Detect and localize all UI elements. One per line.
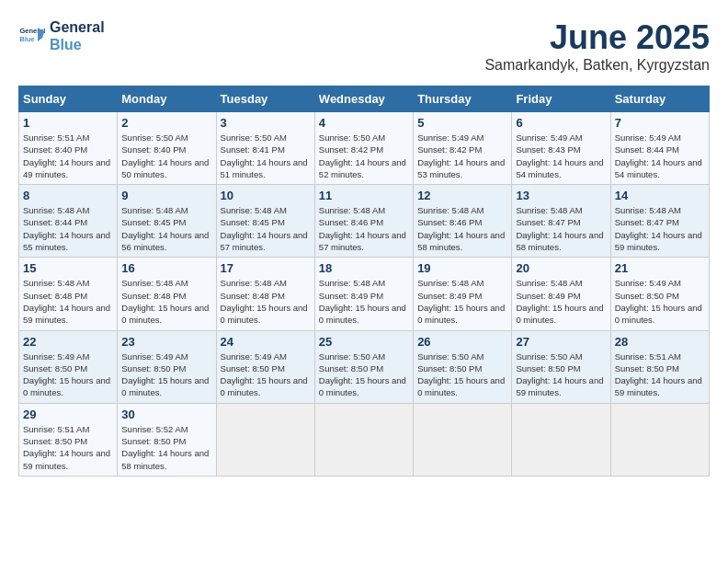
day-info: Sunrise: 5:51 AMSunset: 8:40 PMDaylight:… (23, 132, 113, 180)
day-number: 16 (121, 261, 211, 275)
day-number: 18 (319, 261, 409, 275)
day-number: 26 (417, 335, 507, 349)
calendar-cell (414, 403, 512, 476)
day-info: Sunrise: 5:48 AMSunset: 8:46 PMDaylight:… (319, 204, 409, 253)
col-saturday: Saturday (610, 86, 709, 112)
calendar-cell: 8 Sunrise: 5:48 AMSunset: 8:44 PMDayligh… (19, 185, 118, 258)
title-section: June 2025 Samarkandyk, Batken, Kyrgyzsta… (484, 18, 710, 74)
col-monday: Monday (118, 86, 216, 112)
calendar-cell: 9 Sunrise: 5:48 AMSunset: 8:45 PMDayligh… (118, 185, 216, 258)
day-number: 9 (121, 189, 211, 202)
day-number: 27 (516, 335, 606, 349)
calendar-cell: 28 Sunrise: 5:51 AMSunset: 8:50 PMDaylig… (610, 330, 709, 403)
day-info: Sunrise: 5:50 AMSunset: 8:41 PMDaylight:… (221, 132, 311, 180)
day-number: 28 (615, 335, 705, 349)
col-friday: Friday (512, 86, 610, 112)
calendar-week-row: 1 Sunrise: 5:51 AMSunset: 8:40 PMDayligh… (19, 112, 710, 185)
location-subtitle: Samarkandyk, Batken, Kyrgyzstan (484, 57, 710, 74)
calendar-cell: 12 Sunrise: 5:48 AMSunset: 8:46 PMDaylig… (414, 185, 512, 258)
day-info: Sunrise: 5:48 AMSunset: 8:45 PMDaylight:… (221, 204, 311, 253)
day-info: Sunrise: 5:48 AMSunset: 8:49 PMDaylight:… (516, 277, 606, 326)
day-number: 12 (417, 189, 507, 202)
day-number: 11 (319, 189, 409, 202)
day-info: Sunrise: 5:48 AMSunset: 8:47 PMDaylight:… (516, 204, 606, 253)
day-number: 19 (417, 261, 507, 275)
day-info: Sunrise: 5:50 AMSunset: 8:50 PMDaylight:… (417, 350, 507, 399)
calendar-cell: 27 Sunrise: 5:50 AMSunset: 8:50 PMDaylig… (512, 330, 610, 403)
day-number: 21 (615, 261, 705, 275)
logo-general: General (50, 18, 105, 36)
calendar-cell (314, 403, 413, 476)
calendar-cell: 13 Sunrise: 5:48 AMSunset: 8:47 PMDaylig… (512, 185, 610, 258)
day-info: Sunrise: 5:50 AMSunset: 8:50 PMDaylight:… (319, 350, 409, 399)
col-tuesday: Tuesday (216, 86, 314, 112)
day-info: Sunrise: 5:49 AMSunset: 8:50 PMDaylight:… (121, 350, 211, 399)
day-number: 30 (121, 408, 211, 421)
calendar-cell: 4 Sunrise: 5:50 AMSunset: 8:42 PMDayligh… (314, 112, 413, 185)
calendar-cell: 14 Sunrise: 5:48 AMSunset: 8:47 PMDaylig… (610, 185, 709, 258)
calendar-cell: 1 Sunrise: 5:51 AMSunset: 8:40 PMDayligh… (19, 112, 118, 185)
calendar-week-row: 22 Sunrise: 5:49 AMSunset: 8:50 PMDaylig… (19, 330, 710, 403)
calendar-cell: 17 Sunrise: 5:48 AMSunset: 8:48 PMDaylig… (216, 258, 314, 330)
day-number: 13 (516, 189, 606, 202)
logo-blue: Blue (50, 36, 105, 53)
day-number: 24 (221, 335, 311, 349)
calendar-week-row: 8 Sunrise: 5:48 AMSunset: 8:44 PMDayligh… (19, 185, 710, 258)
calendar-cell: 16 Sunrise: 5:48 AMSunset: 8:48 PMDaylig… (118, 258, 216, 330)
day-number: 17 (221, 261, 311, 275)
day-info: Sunrise: 5:48 AMSunset: 8:48 PMDaylight:… (221, 277, 311, 326)
calendar-cell: 7 Sunrise: 5:49 AMSunset: 8:44 PMDayligh… (610, 112, 709, 185)
day-number: 15 (23, 261, 113, 275)
svg-text:Blue: Blue (20, 35, 35, 43)
day-info: Sunrise: 5:49 AMSunset: 8:44 PMDaylight:… (615, 132, 705, 180)
calendar-cell: 23 Sunrise: 5:49 AMSunset: 8:50 PMDaylig… (118, 330, 216, 403)
calendar-cell: 3 Sunrise: 5:50 AMSunset: 8:41 PMDayligh… (216, 112, 314, 185)
calendar-cell: 10 Sunrise: 5:48 AMSunset: 8:45 PMDaylig… (216, 185, 314, 258)
calendar-cell: 22 Sunrise: 5:49 AMSunset: 8:50 PMDaylig… (19, 330, 118, 403)
calendar-cell: 29 Sunrise: 5:51 AMSunset: 8:50 PMDaylig… (19, 403, 118, 476)
day-number: 7 (615, 116, 705, 130)
day-number: 20 (516, 261, 606, 275)
day-info: Sunrise: 5:48 AMSunset: 8:44 PMDaylight:… (23, 204, 113, 253)
day-info: Sunrise: 5:49 AMSunset: 8:50 PMDaylight:… (23, 350, 113, 399)
day-number: 10 (221, 189, 311, 202)
day-info: Sunrise: 5:48 AMSunset: 8:45 PMDaylight:… (121, 204, 211, 253)
day-number: 4 (319, 116, 409, 130)
day-info: Sunrise: 5:52 AMSunset: 8:50 PMDaylight:… (121, 423, 211, 472)
calendar-cell: 20 Sunrise: 5:48 AMSunset: 8:49 PMDaylig… (512, 258, 610, 330)
day-info: Sunrise: 5:49 AMSunset: 8:43 PMDaylight:… (516, 132, 606, 180)
calendar-cell (216, 403, 314, 476)
calendar-cell: 2 Sunrise: 5:50 AMSunset: 8:40 PMDayligh… (118, 112, 216, 185)
day-info: Sunrise: 5:49 AMSunset: 8:50 PMDaylight:… (221, 350, 311, 399)
calendar-cell: 30 Sunrise: 5:52 AMSunset: 8:50 PMDaylig… (118, 403, 216, 476)
day-number: 6 (516, 116, 606, 130)
calendar-cell: 6 Sunrise: 5:49 AMSunset: 8:43 PMDayligh… (512, 112, 610, 185)
calendar-cell: 21 Sunrise: 5:49 AMSunset: 8:50 PMDaylig… (610, 258, 709, 330)
col-wednesday: Wednesday (314, 86, 413, 112)
day-info: Sunrise: 5:48 AMSunset: 8:47 PMDaylight:… (615, 204, 705, 253)
calendar-cell: 18 Sunrise: 5:48 AMSunset: 8:49 PMDaylig… (314, 258, 413, 330)
day-number: 25 (319, 335, 409, 349)
day-number: 22 (23, 335, 113, 349)
calendar-cell (512, 403, 610, 476)
day-info: Sunrise: 5:48 AMSunset: 8:48 PMDaylight:… (23, 277, 113, 326)
day-number: 29 (23, 408, 113, 421)
calendar-cell: 5 Sunrise: 5:49 AMSunset: 8:42 PMDayligh… (414, 112, 512, 185)
day-number: 3 (221, 116, 311, 130)
day-info: Sunrise: 5:48 AMSunset: 8:49 PMDaylight:… (319, 277, 409, 326)
day-info: Sunrise: 5:50 AMSunset: 8:40 PMDaylight:… (121, 132, 211, 180)
day-number: 23 (121, 335, 211, 349)
calendar-cell: 11 Sunrise: 5:48 AMSunset: 8:46 PMDaylig… (314, 185, 413, 258)
day-info: Sunrise: 5:50 AMSunset: 8:50 PMDaylight:… (516, 350, 606, 399)
day-info: Sunrise: 5:50 AMSunset: 8:42 PMDaylight:… (319, 132, 409, 180)
month-title: June 2025 (484, 18, 710, 57)
day-number: 14 (615, 189, 705, 202)
logo-icon: General Blue (18, 22, 46, 50)
calendar-week-row: 29 Sunrise: 5:51 AMSunset: 8:50 PMDaylig… (19, 403, 710, 476)
day-number: 5 (417, 116, 507, 130)
calendar-cell: 26 Sunrise: 5:50 AMSunset: 8:50 PMDaylig… (414, 330, 512, 403)
calendar-header-row: Sunday Monday Tuesday Wednesday Thursday… (19, 86, 710, 112)
day-info: Sunrise: 5:48 AMSunset: 8:48 PMDaylight:… (121, 277, 211, 326)
day-info: Sunrise: 5:48 AMSunset: 8:49 PMDaylight:… (417, 277, 507, 326)
day-info: Sunrise: 5:49 AMSunset: 8:50 PMDaylight:… (615, 277, 705, 326)
